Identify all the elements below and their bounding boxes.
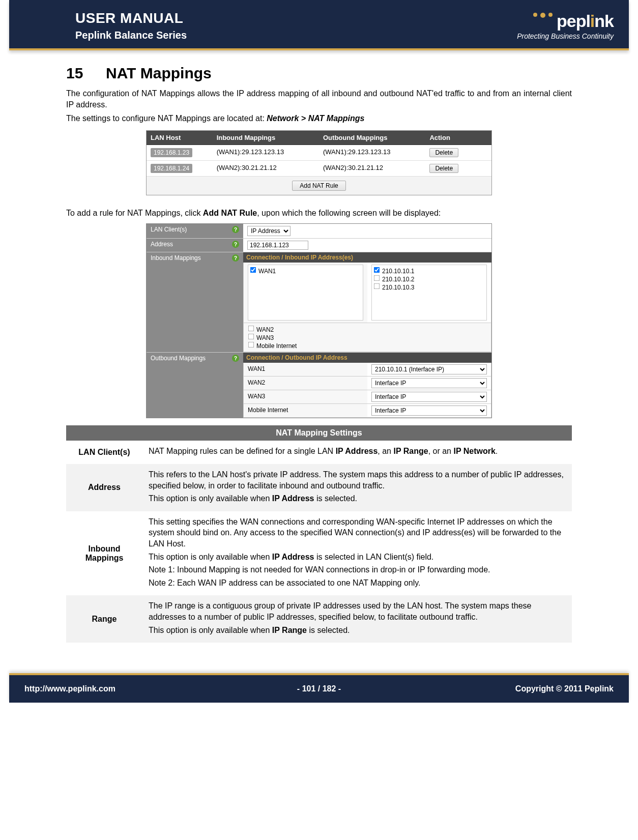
form-row-outbound: Outbound Mappings? Connection / Outbound…: [147, 353, 491, 418]
label-address: Address: [151, 241, 173, 248]
chapter-heading: 15NAT Mappings: [66, 65, 572, 82]
outbound-select[interactable]: 210.10.10.1 (Interface IP): [371, 364, 487, 374]
settings-row-address: Address This refers to the LAN host's pr…: [66, 464, 572, 511]
outbound-name: Mobile Internet: [244, 404, 367, 417]
footer: http://www.peplink.com - 101 / 182 - Cop…: [9, 673, 629, 703]
row-desc: The IP range is a contiguous group of pr…: [142, 595, 572, 643]
ip-checklist-box: 210.10.10.1 210.10.10.2 210.10.10.3: [371, 265, 487, 321]
footer-url: http://www.peplink.com: [24, 684, 221, 693]
outbound-name: WAN3: [244, 390, 367, 403]
outbound-select[interactable]: Interface IP: [371, 392, 487, 402]
row-name: Range: [66, 595, 142, 643]
form-row-inbound: Inbound Mappings? Connection / Inbound I…: [147, 252, 491, 353]
settings-title: NAT Mapping Settings: [66, 425, 572, 441]
table-row: 192.168.1.23 (WAN1):29.123.123.13 (WAN1)…: [147, 145, 491, 161]
label-inbound: Inbound Mappings: [151, 254, 201, 262]
wan2-checkbox[interactable]: WAN2: [248, 326, 274, 333]
col-outbound: Outbound Mappings: [319, 131, 425, 144]
logo-dots-icon: [533, 13, 553, 18]
ip-checkbox[interactable]: 210.10.10.1: [373, 268, 414, 275]
outbound-name: WAN2: [244, 376, 367, 390]
help-icon[interactable]: ?: [232, 254, 239, 262]
outbound-header: Connection / Outbound IP Address: [243, 353, 491, 363]
outbound-row: WAN2 Interface IP: [243, 376, 491, 390]
lan-host-chip[interactable]: 192.168.1.23: [151, 148, 192, 157]
row-name: Inbound Mappings: [66, 511, 142, 596]
mid-paragraph: To add a rule for NAT Mappings, click Ad…: [66, 208, 572, 219]
outbound-row: Mobile Internet Interface IP: [243, 404, 491, 418]
lan-host-chip[interactable]: 192.168.1.24: [151, 164, 192, 173]
logo: peplink: [517, 11, 614, 31]
nat-form-screenshot: LAN Client(s)? IP Address Address? Inbou…: [146, 223, 492, 418]
brand-tagline: Protecting Business Continuity: [517, 32, 614, 40]
cell-outbound: (WAN1):29.123.123.13: [319, 145, 425, 160]
row-name: LAN Client(s): [66, 441, 142, 464]
manual-subtitle: Peplink Balance Series: [75, 30, 187, 41]
col-inbound: Inbound Mappings: [213, 131, 319, 144]
outbound-name: WAN1: [244, 363, 367, 376]
help-icon[interactable]: ?: [232, 241, 239, 248]
ip-checkbox[interactable]: 210.10.10.3: [373, 284, 414, 291]
nat-list-footer: Add NAT Rule: [147, 177, 491, 195]
ip-checkbox[interactable]: 210.10.10.2: [373, 276, 414, 283]
chapter-title: NAT Mappings: [106, 65, 212, 81]
header-right: peplink Protecting Business Continuity: [517, 11, 614, 40]
label-outbound: Outbound Mappings: [151, 355, 206, 362]
settings-table: NAT Mapping Settings LAN Client(s) NAT M…: [66, 425, 572, 643]
col-action: Action: [425, 131, 491, 144]
row-name: Address: [66, 464, 142, 511]
lan-clients-select[interactable]: IP Address: [247, 226, 291, 236]
outbound-select[interactable]: Interface IP: [371, 378, 487, 388]
cell-outbound: (WAN2):30.21.21.12: [319, 161, 425, 176]
wan1-checkbox[interactable]: WAN1: [250, 268, 276, 275]
delete-button[interactable]: Delete: [429, 148, 458, 157]
footer-copyright: Copyright © 2011 Peplink: [417, 684, 614, 693]
row-desc: This setting specifies the WAN connectio…: [142, 511, 572, 596]
settings-row-lan-clients: LAN Client(s) NAT Mapping rules can be d…: [66, 441, 572, 464]
wan3-checkbox[interactable]: WAN3: [248, 334, 274, 341]
help-icon[interactable]: ?: [232, 355, 239, 362]
cell-inbound: (WAN2):30.21.21.12: [213, 161, 319, 176]
brand-name: peplink: [557, 11, 614, 31]
settings-row-inbound: Inbound Mappings This setting specifies …: [66, 511, 572, 596]
footer-page: - 101 / 182 -: [221, 684, 417, 693]
outbound-row: WAN3 Interface IP: [243, 390, 491, 404]
outbound-select[interactable]: Interface IP: [371, 405, 487, 416]
header-left: USER MANUAL Peplink Balance Series: [75, 10, 187, 41]
col-lan-host: LAN Host: [147, 131, 213, 144]
chapter-number: 15: [66, 65, 106, 82]
form-row-address: Address?: [147, 239, 491, 252]
intro-p1: The configuration of NAT Mappings allows…: [66, 88, 572, 110]
cell-inbound: (WAN1):29.123.123.13: [213, 145, 319, 160]
row-desc: NAT Mapping rules can be defined for a s…: [142, 441, 572, 464]
form-row-lan-clients: LAN Client(s)? IP Address: [147, 224, 491, 239]
manual-title: USER MANUAL: [75, 10, 187, 26]
intro-p2: The settings to configure NAT Mappings a…: [66, 113, 572, 124]
header: USER MANUAL Peplink Balance Series pepli…: [9, 0, 629, 50]
content-area: 15NAT Mappings The configuration of NAT …: [0, 50, 638, 663]
mobile-checkbox[interactable]: Mobile Internet: [248, 342, 297, 350]
settings-row-range: Range The IP range is a contiguous group…: [66, 595, 572, 643]
address-input[interactable]: [247, 241, 308, 250]
add-nat-rule-button[interactable]: Add NAT Rule: [292, 181, 346, 191]
row-desc: This refers to the LAN host's private IP…: [142, 464, 572, 511]
table-row: 192.168.1.24 (WAN2):30.21.21.12 (WAN2):3…: [147, 161, 491, 177]
nat-list-header: LAN Host Inbound Mappings Outbound Mappi…: [147, 131, 491, 145]
inbound-header: Connection / Inbound IP Address(es): [243, 252, 491, 263]
help-icon[interactable]: ?: [232, 226, 239, 233]
label-lan-clients: LAN Client(s): [151, 226, 187, 233]
outbound-row: WAN1 210.10.10.1 (Interface IP): [243, 363, 491, 376]
nat-list-screenshot: LAN Host Inbound Mappings Outbound Mappi…: [146, 130, 492, 195]
wan-checklist-box: WAN1: [248, 265, 363, 321]
delete-button[interactable]: Delete: [429, 164, 458, 173]
